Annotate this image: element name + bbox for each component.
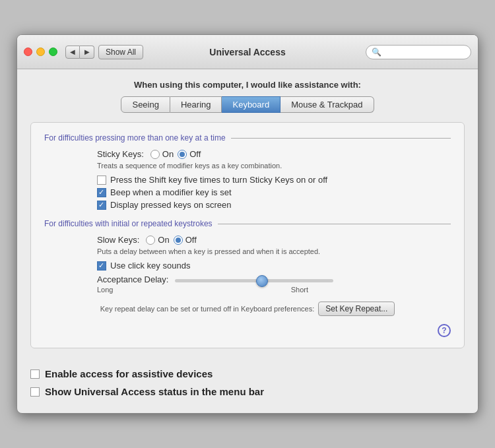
search-icon: 🔍 (372, 48, 381, 57)
slow-keys-label: Slow Keys: (97, 235, 139, 245)
help-area: ? (44, 324, 451, 337)
acceptance-delay-slider-container (175, 274, 333, 284)
slow-keys-off-option[interactable]: Off (174, 235, 197, 245)
bottom-section: Enable access for assistive devices Show… (17, 359, 478, 413)
show-status-label: Show Universal Access status in the menu… (45, 386, 264, 397)
forward-button[interactable]: ▶ (80, 46, 94, 59)
show-all-button[interactable]: Show All (98, 45, 143, 59)
help-button[interactable]: ? (438, 324, 451, 337)
slider-short-label: Short (291, 286, 308, 294)
nav-buttons: ◀ ▶ (65, 46, 94, 59)
enable-assistive-label: Enable access for assistive devices (45, 368, 213, 379)
slider-labels: Long Short (97, 286, 308, 294)
minimize-button[interactable] (36, 48, 45, 56)
set-key-repeat-button[interactable]: Set Key Repeat... (318, 302, 395, 316)
slider-long-label: Long (97, 286, 113, 294)
sticky-keys-on-radio[interactable] (150, 150, 160, 159)
sticky-keys-section-header: For difficulties pressing more than one … (44, 133, 451, 143)
acceptance-delay-slider[interactable] (175, 279, 333, 282)
search-box: 🔍 (366, 45, 471, 59)
enable-assistive-checkbox[interactable] (30, 369, 40, 379)
sticky-shift-checkbox-item[interactable]: Press the Shift key five times to turn S… (97, 175, 451, 185)
slow-keys-on-option[interactable]: On (146, 235, 169, 245)
key-repeat-row: Key repeat delay can be set or turned of… (44, 302, 451, 316)
sticky-keys-off-option[interactable]: Off (178, 149, 201, 159)
content-area: When using this computer, I would like a… (17, 69, 478, 359)
maximize-button[interactable] (49, 48, 57, 56)
keyboard-panel: For difficulties pressing more than one … (30, 122, 465, 348)
click-sound-checkbox-item[interactable]: Use click key sounds (97, 261, 451, 271)
slow-keys-off-radio[interactable] (174, 236, 183, 245)
tab-seeing[interactable]: Seeing (121, 96, 170, 113)
sticky-beep-checkbox[interactable] (97, 188, 106, 197)
sticky-display-checkbox[interactable] (97, 201, 106, 210)
sticky-keys-radio-group: Sticky Keys: On Off (97, 149, 451, 159)
sticky-display-checkbox-item[interactable]: Display pressed keys on screen (97, 200, 451, 210)
sticky-keys-off-radio[interactable] (178, 150, 187, 159)
tab-keyboard[interactable]: Keyboard (222, 96, 280, 113)
slow-keys-section: For difficulties with initial or repeate… (44, 219, 451, 294)
sticky-beep-checkbox-item[interactable]: Beep when a modifier key is set (97, 187, 451, 197)
slow-keys-radio-group: Slow Keys: On Off (97, 235, 451, 245)
tabs: Seeing Hearing Keyboard Mouse & Trackpad (30, 96, 465, 113)
search-input[interactable] (384, 48, 465, 57)
acceptance-delay-label: Acceptance Delay: (97, 274, 168, 284)
traffic-lights (24, 48, 57, 56)
window: ◀ ▶ Show All Universal Access 🔍 When usi… (16, 34, 478, 414)
close-button[interactable] (24, 48, 32, 56)
window-title: Universal Access (209, 47, 285, 57)
titlebar: ◀ ▶ Show All Universal Access 🔍 (17, 35, 478, 69)
sticky-keys-on-option[interactable]: On (150, 149, 174, 159)
tab-hearing[interactable]: Hearing (170, 96, 222, 113)
sticky-keys-label: Sticky Keys: (97, 149, 144, 159)
slow-keys-section-header: For difficulties with initial or repeate… (44, 219, 451, 228)
sticky-keys-subtext: Treats a sequence of modifier keys as a … (97, 162, 451, 170)
tab-mouse[interactable]: Mouse & Trackpad (280, 96, 374, 113)
key-repeat-text: Key repeat delay can be set or turned of… (100, 305, 315, 313)
assistance-label: When using this computer, I would like a… (30, 80, 465, 90)
enable-assistive-item[interactable]: Enable access for assistive devices (30, 368, 465, 379)
slow-keys-subtext: Puts a delay between when a key is press… (97, 247, 451, 255)
back-button[interactable]: ◀ (65, 46, 80, 59)
slow-keys-on-radio[interactable] (146, 236, 155, 245)
show-status-checkbox[interactable] (30, 387, 40, 397)
show-status-item[interactable]: Show Universal Access status in the menu… (30, 386, 465, 397)
sticky-shift-checkbox[interactable] (97, 176, 106, 185)
click-sound-checkbox[interactable] (97, 261, 106, 271)
acceptance-delay-row: Acceptance Delay: (97, 274, 451, 284)
